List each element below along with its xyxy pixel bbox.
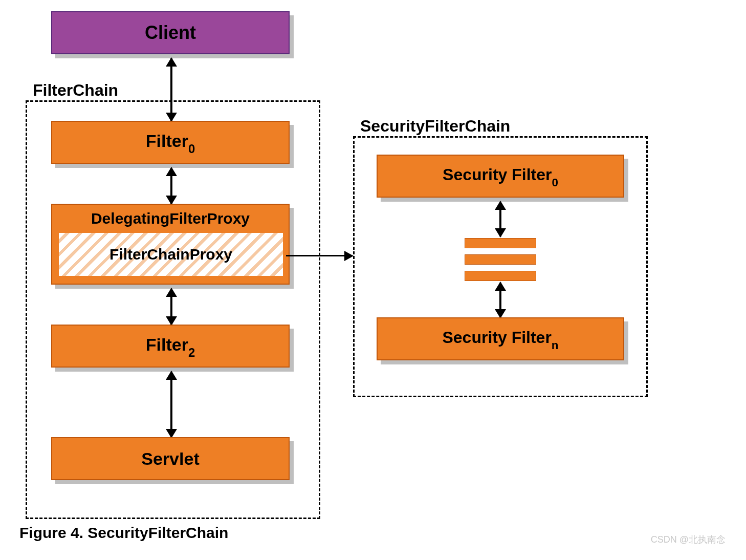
arrow-proxy-to-security: [286, 255, 353, 256]
servlet-label: Servlet: [141, 449, 199, 469]
figure-caption: Figure 4. SecurityFilterChain: [19, 524, 228, 542]
watermark: CSDN @北执南念: [651, 533, 726, 546]
security-filterchain-label-text: SecurityFilterChain: [360, 117, 510, 135]
delegating-filter-proxy-title: DelegatingFilterProxy: [52, 205, 289, 231]
arrow-secfilter0-stack: [499, 202, 501, 236]
filter0-box: Filter0: [51, 121, 290, 164]
filterchain-proxy-label: FilterChainProxy: [109, 246, 232, 263]
client-label: Client: [145, 22, 196, 44]
filter0-label: Filter0: [146, 131, 195, 154]
arrow-filter2-servlet: [170, 372, 172, 437]
servlet-box: Servlet: [51, 437, 290, 480]
security-filter0-label: Security Filter0: [443, 165, 558, 187]
figure-caption-text: Figure 4. SecurityFilterChain: [19, 524, 228, 541]
client-box: Client: [51, 11, 290, 54]
filterchain-proxy-box: FilterChainProxy: [57, 231, 284, 277]
watermark-text: CSDN @北执南念: [651, 534, 726, 545]
arrow-proxy-filter2: [170, 289, 172, 325]
stack-bar-2: [465, 254, 536, 265]
stack-bar-3: [465, 271, 536, 281]
security-filter0-box: Security Filter0: [377, 155, 624, 198]
filterchain-label-text: FilterChain: [33, 81, 118, 99]
stack-bar-1: [465, 238, 536, 248]
filterchain-label: FilterChain: [31, 81, 120, 100]
security-filtern-label: Security Filtern: [442, 328, 558, 350]
filter2-box: Filter2: [51, 325, 290, 368]
arrow-filter0-proxy: [170, 168, 172, 204]
security-filterchain-label: SecurityFilterChain: [358, 117, 512, 136]
filter2-label: Filter2: [146, 335, 195, 358]
arrow-client-filter0: [170, 58, 172, 121]
arrow-stack-secfiltern: [499, 283, 501, 317]
security-filtern-box: Security Filtern: [377, 317, 624, 360]
